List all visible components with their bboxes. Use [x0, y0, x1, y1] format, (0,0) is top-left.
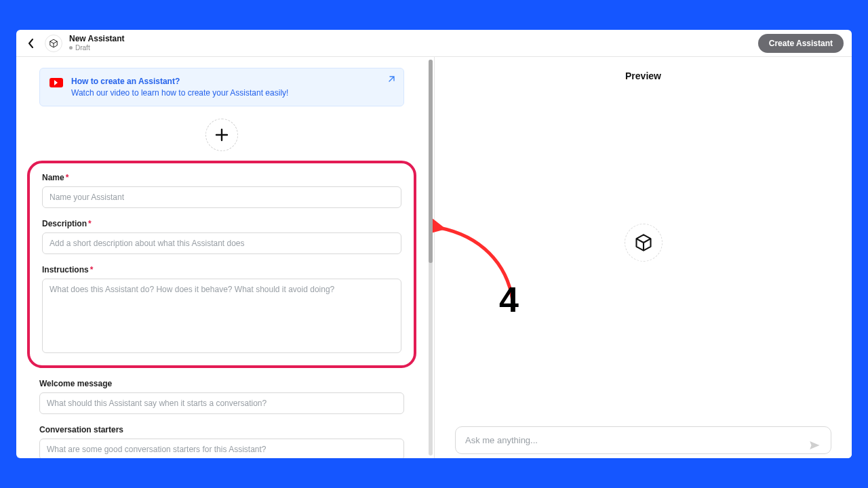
description-label: Description*	[42, 219, 401, 228]
preview-input-wrap	[451, 426, 835, 454]
status-dot-icon	[69, 46, 73, 49]
banner-link[interactable]: How to create an Assistant?	[71, 77, 288, 86]
cube-icon	[634, 233, 653, 252]
description-field: Description*	[37, 219, 407, 254]
app-window: New Assistant Draft Create Assistant How…	[16, 30, 852, 458]
plus-icon	[214, 127, 229, 142]
starters-field: Conversation starters	[39, 425, 404, 458]
banner-subtitle: Watch our video to learn how to create y…	[71, 88, 288, 98]
scrollbar[interactable]	[427, 57, 434, 458]
topbar: New Assistant Draft Create Assistant	[16, 30, 852, 57]
send-icon[interactable]	[808, 439, 821, 451]
youtube-icon	[50, 78, 63, 87]
starters-label: Conversation starters	[39, 425, 404, 434]
form-panel: How to create an Assistant? Watch our vi…	[16, 57, 427, 458]
help-banner[interactable]: How to create an Assistant? Watch our vi…	[39, 68, 404, 106]
assistant-icon	[45, 35, 62, 52]
preview-panel: Preview	[435, 57, 852, 458]
left-panel-wrap: How to create an Assistant? Watch our vi…	[16, 57, 434, 458]
cube-icon	[49, 39, 58, 48]
name-label: Name*	[42, 173, 401, 182]
instructions-field: Instructions*	[37, 265, 407, 356]
external-link-icon	[387, 75, 395, 83]
add-avatar-button[interactable]	[205, 119, 238, 151]
preview-chat-input[interactable]	[455, 426, 831, 454]
instructions-input[interactable]	[42, 279, 401, 353]
name-input[interactable]	[42, 186, 401, 208]
preview-avatar	[625, 224, 663, 262]
create-assistant-button[interactable]: Create Assistant	[758, 34, 844, 53]
starters-input[interactable]	[39, 439, 404, 458]
required-fields-highlight: Name* Description* Instructions*	[27, 161, 416, 368]
chevron-left-icon	[28, 39, 35, 48]
preview-title: Preview	[625, 70, 661, 81]
page-title: New Assistant	[69, 35, 125, 43]
title-block: New Assistant Draft	[69, 35, 125, 51]
status-badge: Draft	[69, 44, 125, 52]
main-content: How to create an Assistant? Watch our vi…	[16, 57, 852, 458]
welcome-label: Welcome message	[39, 379, 404, 388]
scroll-thumb[interactable]	[429, 60, 433, 263]
welcome-input[interactable]	[39, 392, 404, 414]
description-input[interactable]	[42, 232, 401, 254]
name-field: Name*	[37, 173, 407, 208]
back-button[interactable]	[24, 37, 38, 50]
welcome-field: Welcome message	[39, 379, 404, 414]
status-text: Draft	[75, 44, 90, 52]
banner-text: How to create an Assistant? Watch our vi…	[71, 77, 288, 98]
instructions-label: Instructions*	[42, 265, 401, 274]
